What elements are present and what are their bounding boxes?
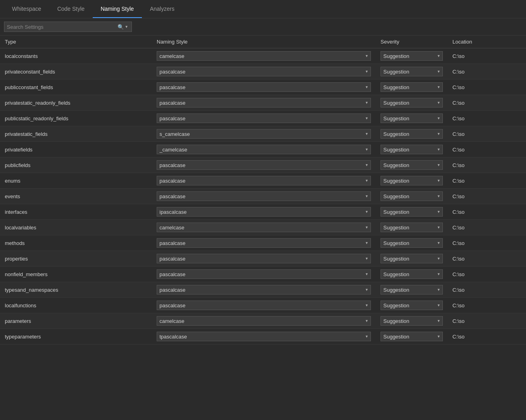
cell-type: interfaces (0, 204, 152, 220)
naming-style-select[interactable]: camelcasepascalcases_camelcase_camelcase… (157, 129, 371, 139)
naming-style-select[interactable]: camelcasepascalcases_camelcase_camelcase… (157, 191, 371, 201)
severity-select[interactable]: SuggestionWarningErrorNoneSilent (381, 82, 443, 92)
cell-naming-style: camelcasepascalcases_camelcase_camelcase… (152, 111, 376, 126)
naming-style-select[interactable]: camelcasepascalcases_camelcase_camelcase… (157, 176, 371, 185)
table-row: localvariablescamelcasepascalcases_camel… (0, 220, 526, 235)
col-header-severity: Severity (376, 36, 448, 48)
naming-style-select[interactable]: camelcasepascalcases_camelcase_camelcase… (157, 207, 371, 217)
cell-location: C:\so (448, 329, 526, 344)
cell-naming-style: camelcasepascalcases_camelcase_camelcase… (152, 329, 376, 344)
tab-naming-style[interactable]: Naming Style (93, 0, 142, 18)
cell-severity: SuggestionWarningErrorNoneSilent (376, 298, 448, 313)
cell-location: C:\so (448, 80, 526, 95)
search-input[interactable] (7, 24, 117, 30)
cell-severity: SuggestionWarningErrorNoneSilent (376, 142, 448, 157)
table-row: eventscamelcasepascalcases_camelcase_cam… (0, 189, 526, 204)
cell-location: C:\so (448, 95, 526, 111)
naming-style-select[interactable]: camelcasepascalcases_camelcase_camelcase… (157, 269, 371, 279)
table-row: privatefieldscamelcasepascalcases_camelc… (0, 142, 526, 157)
severity-select[interactable]: SuggestionWarningErrorNoneSilent (381, 160, 443, 170)
naming-style-select[interactable]: camelcasepascalcases_camelcase_camelcase… (157, 82, 371, 92)
naming-style-select[interactable]: camelcasepascalcases_camelcase_camelcase… (157, 285, 371, 295)
severity-select[interactable]: SuggestionWarningErrorNoneSilent (381, 285, 443, 295)
naming-style-select[interactable]: camelcasepascalcases_camelcase_camelcase… (157, 316, 371, 326)
table-row: privateconstant_fieldscamelcasepascalcas… (0, 64, 526, 80)
severity-select[interactable]: SuggestionWarningErrorNoneSilent (381, 238, 443, 248)
severity-select[interactable]: SuggestionWarningErrorNoneSilent (381, 316, 443, 326)
severity-select[interactable]: SuggestionWarningErrorNoneSilent (381, 191, 443, 201)
cell-location: C:\so (448, 220, 526, 235)
naming-style-select[interactable]: camelcasepascalcases_camelcase_camelcase… (157, 301, 371, 310)
cell-severity: SuggestionWarningErrorNoneSilent (376, 189, 448, 204)
cell-severity: SuggestionWarningErrorNoneSilent (376, 220, 448, 235)
cell-location: C:\so (448, 48, 526, 64)
tab-analyzers[interactable]: Analyzers (142, 0, 182, 18)
cell-location: C:\so (448, 189, 526, 204)
severity-select[interactable]: SuggestionWarningErrorNoneSilent (381, 223, 443, 232)
naming-style-select[interactable]: camelcasepascalcases_camelcase_camelcase… (157, 332, 371, 341)
cell-type: parameters (0, 313, 152, 329)
cell-severity: SuggestionWarningErrorNoneSilent (376, 313, 448, 329)
naming-style-select[interactable]: camelcasepascalcases_camelcase_camelcase… (157, 254, 371, 263)
tab-whitespace[interactable]: Whitespace (4, 0, 49, 18)
col-header-type: Type (0, 36, 152, 48)
naming-style-select[interactable]: camelcasepascalcases_camelcase_camelcase… (157, 145, 371, 154)
severity-select[interactable]: SuggestionWarningErrorNoneSilent (381, 145, 443, 154)
cell-naming-style: camelcasepascalcases_camelcase_camelcase… (152, 267, 376, 282)
cell-type: typeparameters (0, 329, 152, 344)
severity-select[interactable]: SuggestionWarningErrorNoneSilent (381, 332, 443, 341)
naming-style-select[interactable]: camelcasepascalcases_camelcase_camelcase… (157, 51, 371, 61)
settings-table-container: Type Naming Style Severity Location loca… (0, 36, 526, 344)
cell-location: C:\so (448, 298, 526, 313)
search-icon: 🔍 (118, 24, 124, 30)
cell-location: C:\so (448, 142, 526, 157)
cell-location: C:\so (448, 173, 526, 189)
settings-table: Type Naming Style Severity Location loca… (0, 36, 526, 344)
table-row: nonfield_memberscamelcasepascalcases_cam… (0, 267, 526, 282)
cell-type: privatefields (0, 142, 152, 157)
search-button[interactable]: 🔍 ▼ (117, 24, 129, 30)
naming-style-select[interactable]: camelcasepascalcases_camelcase_camelcase… (157, 160, 371, 170)
cell-type: privateconstant_fields (0, 64, 152, 80)
cell-type: localvariables (0, 220, 152, 235)
cell-naming-style: camelcasepascalcases_camelcase_camelcase… (152, 235, 376, 251)
table-row: localfunctionscamelcasepascalcases_camel… (0, 298, 526, 313)
naming-style-select[interactable]: camelcasepascalcases_camelcase_camelcase… (157, 113, 371, 123)
naming-style-select[interactable]: camelcasepascalcases_camelcase_camelcase… (157, 238, 371, 248)
cell-type: localconstants (0, 48, 152, 64)
table-row: interfacescamelcasepascalcases_camelcase… (0, 204, 526, 220)
table-row: typesand_namespacescamelcasepascalcases_… (0, 282, 526, 298)
cell-severity: SuggestionWarningErrorNoneSilent (376, 329, 448, 344)
table-header-row: Type Naming Style Severity Location (0, 36, 526, 48)
cell-location: C:\so (448, 204, 526, 220)
cell-type: publicconstant_fields (0, 80, 152, 95)
severity-select[interactable]: SuggestionWarningErrorNoneSilent (381, 301, 443, 310)
cell-naming-style: camelcasepascalcases_camelcase_camelcase… (152, 282, 376, 298)
table-row: enumscamelcasepascalcases_camelcase_came… (0, 173, 526, 189)
cell-severity: SuggestionWarningErrorNoneSilent (376, 204, 448, 220)
severity-select[interactable]: SuggestionWarningErrorNoneSilent (381, 207, 443, 217)
table-row: publicconstant_fieldscamelcasepascalcase… (0, 80, 526, 95)
naming-style-select[interactable]: camelcasepascalcases_camelcase_camelcase… (157, 98, 371, 107)
cell-type: publicstatic_readonly_fields (0, 111, 152, 126)
table-body: localconstantscamelcasepascalcases_camel… (0, 48, 526, 344)
severity-select[interactable]: SuggestionWarningErrorNoneSilent (381, 176, 443, 185)
table-row: typeparameterscamelcasepascalcases_camel… (0, 329, 526, 344)
tab-code-style[interactable]: Code Style (49, 0, 92, 18)
severity-select[interactable]: SuggestionWarningErrorNoneSilent (381, 254, 443, 263)
severity-select[interactable]: SuggestionWarningErrorNoneSilent (381, 67, 443, 76)
naming-style-select[interactable]: camelcasepascalcases_camelcase_camelcase… (157, 67, 371, 76)
severity-select[interactable]: SuggestionWarningErrorNoneSilent (381, 98, 443, 107)
cell-naming-style: camelcasepascalcases_camelcase_camelcase… (152, 173, 376, 189)
cell-severity: SuggestionWarningErrorNoneSilent (376, 111, 448, 126)
severity-select[interactable]: SuggestionWarningErrorNoneSilent (381, 269, 443, 279)
col-header-naming: Naming Style (152, 36, 376, 48)
severity-select[interactable]: SuggestionWarningErrorNoneSilent (381, 113, 443, 123)
severity-select[interactable]: SuggestionWarningErrorNoneSilent (381, 129, 443, 139)
cell-naming-style: camelcasepascalcases_camelcase_camelcase… (152, 313, 376, 329)
cell-type: methods (0, 235, 152, 251)
cell-location: C:\so (448, 64, 526, 80)
cell-type: localfunctions (0, 298, 152, 313)
severity-select[interactable]: SuggestionWarningErrorNoneSilent (381, 51, 443, 61)
naming-style-select[interactable]: camelcasepascalcases_camelcase_camelcase… (157, 223, 371, 232)
